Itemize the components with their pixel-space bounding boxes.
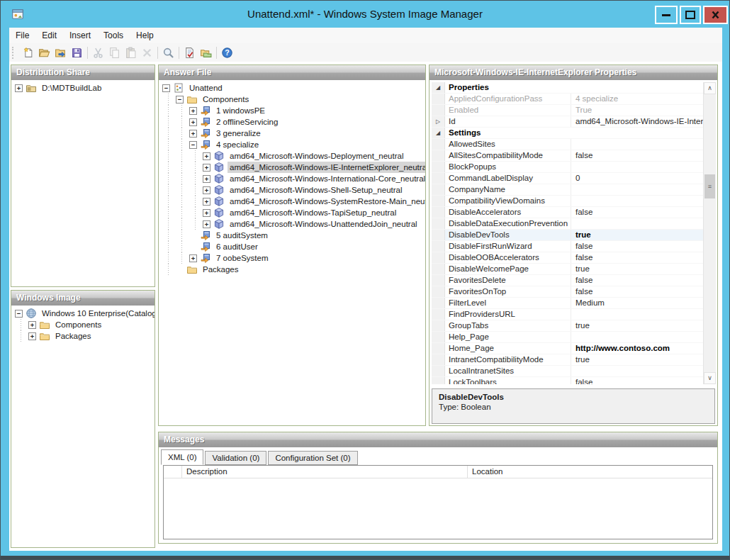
property-row[interactable]: Help_Page	[432, 332, 703, 343]
vertical-scrollbar[interactable]: ∧ ≡ ∨	[703, 82, 716, 384]
property-row[interactable]: FavoritesDeletefalse	[432, 275, 703, 286]
new-answer-file-button[interactable]	[20, 45, 36, 60]
property-value[interactable]: True	[571, 105, 703, 116]
expand-icon[interactable]: +	[203, 209, 210, 217]
category-expanded-icon[interactable]: ◢	[436, 128, 440, 138]
tree-item-label[interactable]: 5 auditSystem	[214, 230, 270, 241]
find-button[interactable]	[160, 45, 176, 60]
close-button[interactable]	[703, 6, 728, 24]
property-name[interactable]: Home_Page	[445, 343, 571, 354]
tree-item-label[interactable]: amd64_Microsoft-Windows-SystemRestore-Ma…	[228, 196, 425, 207]
expand-icon[interactable]: +	[189, 107, 197, 115]
property-name[interactable]: FindProvidersURL	[445, 309, 571, 320]
tree-item-label[interactable]: Packages	[53, 330, 94, 342]
tree-item[interactable]: +3 generalize	[162, 128, 425, 139]
property-value[interactable]	[571, 162, 703, 172]
tree-item[interactable]: +amd64_Microsoft-Windows-SystemRestore-M…	[162, 196, 425, 207]
property-row[interactable]: BlockPopups	[432, 162, 703, 173]
row-expander-icon[interactable]: ▷	[436, 116, 440, 127]
tree-item-label[interactable]: 7 oobeSystem	[214, 252, 271, 264]
property-row[interactable]: GroupTabstrue	[432, 320, 703, 332]
tree-item[interactable]: +Packages	[15, 330, 155, 342]
tab-configuration-set-0[interactable]: Configuration Set (0)	[268, 451, 357, 465]
property-value[interactable]: http://www.contoso.com	[571, 343, 703, 354]
property-value[interactable]	[571, 184, 703, 195]
property-row[interactable]: AllowedSites	[432, 139, 703, 150]
expand-icon[interactable]: +	[203, 198, 210, 206]
collapse-icon[interactable]: −	[189, 141, 197, 149]
open-windows-image-button[interactable]	[52, 45, 69, 60]
property-name[interactable]: Id	[445, 116, 571, 127]
validate-answer-file-button[interactable]	[181, 45, 198, 60]
tree-item-label[interactable]: 1 windowsPE	[214, 105, 267, 116]
tree-item-label[interactable]: amd64_Microsoft-Windows-IE-InternetExplo…	[228, 162, 425, 173]
property-value[interactable]: 4 specialize	[571, 94, 703, 104]
property-value[interactable]: false	[571, 286, 703, 297]
property-name[interactable]: AppliedConfigurationPass	[445, 94, 571, 104]
tree-item[interactable]: +amd64_Microsoft-Windows-IE-InternetExpl…	[162, 162, 425, 173]
tree-item[interactable]: +1 windowsPE	[162, 105, 425, 116]
property-name[interactable]: DisableWelcomePage	[445, 264, 571, 274]
tree-item[interactable]: −4 specialize	[162, 139, 425, 150]
property-name[interactable]: AllowedSites	[445, 139, 571, 150]
property-value[interactable]: false	[571, 377, 703, 384]
property-value[interactable]: true	[571, 264, 703, 274]
help-button[interactable]: ?	[219, 45, 235, 60]
property-name[interactable]: GroupTabs	[445, 320, 571, 331]
menu-tools[interactable]: Tools	[97, 28, 130, 43]
tree-item-label[interactable]: amd64_Microsoft-Windows-TapiSetup_neutra…	[228, 207, 398, 218]
property-row[interactable]: FindProvidersURL	[432, 309, 703, 320]
property-name[interactable]: FavoritesDelete	[445, 275, 571, 286]
property-value[interactable]: true	[571, 354, 703, 365]
property-name[interactable]: CommandLabelDisplay	[445, 173, 571, 184]
property-name[interactable]: CompatibilityViewDomains	[445, 196, 571, 206]
property-name[interactable]: LockToolbars	[445, 377, 571, 384]
menu-insert[interactable]: Insert	[63, 28, 97, 43]
create-configuration-set-button[interactable]	[198, 45, 214, 60]
property-value[interactable]	[571, 332, 703, 342]
property-value[interactable]: false	[571, 207, 703, 218]
property-name[interactable]: DisableFirstRunWizard	[445, 241, 571, 252]
tree-item[interactable]: +amd64_Microsoft-Windows-UnattendedJoin_…	[162, 218, 425, 230]
tree-item-label[interactable]: amd64_Microsoft-Windows-International-Co…	[228, 173, 425, 184]
property-row[interactable]: CompatibilityViewDomains	[432, 196, 703, 207]
property-value[interactable]: amd64_Microsoft-Windows-IE-InternetEx	[571, 116, 703, 127]
tree-item-label[interactable]: Components	[53, 319, 103, 330]
property-row[interactable]: Home_Pagehttp://www.contoso.com	[432, 343, 703, 354]
property-row[interactable]: EnabledTrue	[432, 105, 703, 116]
property-row[interactable]: DisableDevToolstrue	[432, 230, 703, 241]
property-value[interactable]: true	[571, 230, 703, 240]
tree-item-label[interactable]: amd64_Microsoft-Windows-Shell-Setup_neut…	[228, 184, 405, 196]
toolbar-grip[interactable]	[12, 47, 16, 59]
expand-icon[interactable]: +	[203, 220, 210, 228]
expand-icon[interactable]: +	[203, 152, 210, 160]
property-name[interactable]: Enabled	[445, 105, 571, 116]
property-value[interactable]: false	[571, 150, 703, 161]
tree-item[interactable]: 6 auditUser	[162, 241, 425, 252]
tree-item[interactable]: +2 offlineServicing	[162, 116, 425, 128]
tree-item[interactable]: −Unattend	[162, 82, 425, 94]
tree-item[interactable]: Packages	[162, 264, 425, 275]
collapse-icon[interactable]: −	[15, 310, 23, 318]
property-row[interactable]: LocalIntranetSites	[432, 366, 703, 377]
tab-xml-0[interactable]: XML (0)	[161, 449, 203, 465]
property-row[interactable]: DisableFirstRunWizardfalse	[432, 241, 703, 252]
minimize-button[interactable]	[655, 6, 678, 24]
property-value[interactable]	[571, 218, 703, 229]
tree-item[interactable]: −Windows 10 Enterprise(Catalog)	[15, 308, 155, 319]
tree-item[interactable]: +7 oobeSystem	[162, 252, 425, 264]
property-name[interactable]: FavoritesOnTop	[445, 286, 571, 297]
property-value[interactable]: 0	[571, 173, 703, 184]
property-name[interactable]: DisableAccelerators	[445, 207, 571, 218]
property-row[interactable]: CommandLabelDisplay0	[432, 173, 703, 184]
category-expanded-icon[interactable]: ◢	[436, 82, 440, 93]
tree-item[interactable]: +Components	[15, 319, 155, 330]
scroll-down-button[interactable]: ∨	[704, 372, 716, 384]
property-value[interactable]: false	[571, 275, 703, 286]
tree-item-label[interactable]: Unattend	[187, 82, 225, 94]
property-value[interactable]: true	[571, 320, 703, 331]
property-name[interactable]: AllSitesCompatibilityMode	[445, 150, 571, 161]
expand-icon[interactable]: +	[28, 321, 36, 329]
tree-item[interactable]: +D:\MDTBuildLab	[15, 82, 155, 94]
cut-button[interactable]	[90, 45, 106, 60]
